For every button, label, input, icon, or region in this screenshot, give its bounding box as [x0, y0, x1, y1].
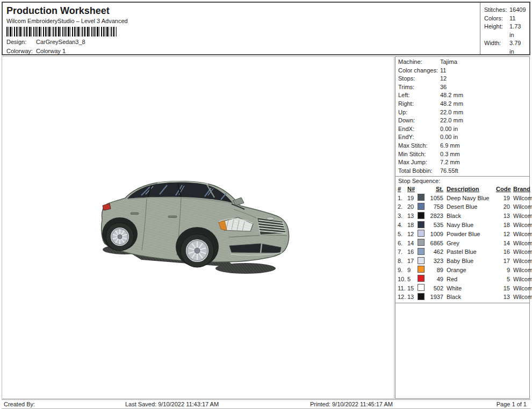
car-design-preview: [99, 179, 298, 279]
thread-code: 20: [496, 203, 510, 211]
machine-info-row: EndY: 0.00 in: [396, 133, 529, 142]
col-code: Code: [496, 185, 510, 194]
thread-brand: Wilcom: [510, 203, 532, 211]
stop-sequence-row: 8. 17 323 Baby Blue 17 Wilcom: [396, 257, 529, 266]
machine-info-label: Total Bobbin:: [398, 167, 440, 176]
row-num: 4.: [398, 221, 407, 230]
machine-info: Machine: Tajima Color changes: 11 Stops:…: [396, 57, 529, 175]
row-num: 2.: [398, 203, 407, 211]
machine-info-row: EndX: 0.00 in: [396, 125, 529, 134]
thread-brand: Wilcom: [510, 266, 532, 275]
machine-info-value: 6.9 mm: [440, 142, 529, 150]
design-value: CarGreySedan3_8: [36, 39, 476, 46]
col-brand: Brand: [510, 185, 532, 194]
stitch-count: 1937: [427, 293, 443, 302]
stop-sequence-row: 5. 12 1009 Powder Blue 12 Wilcom: [396, 230, 529, 239]
thread-brand: Wilcom: [510, 293, 532, 302]
stat-value: 1.73 in: [509, 23, 527, 39]
machine-info-row: Min Stitch: 0.3 mm: [396, 150, 529, 159]
stat-label: Width:: [484, 39, 509, 56]
col-description: Description: [443, 185, 496, 194]
thread-swatch-cell: [418, 230, 427, 239]
page-title: Production Worksheet: [6, 5, 476, 16]
thread-swatch-cell: [418, 266, 427, 275]
thread-swatch-cell: [418, 221, 427, 230]
thread-swatch-cell: [418, 293, 427, 302]
design-row: Design: CarGreySedan3_8: [6, 39, 476, 46]
stat-value: 11: [509, 14, 527, 23]
machine-info-label: Down:: [398, 116, 440, 125]
machine-info-value: 11: [440, 67, 529, 75]
thread-number: 13: [407, 293, 418, 302]
machine-info-label: Machine:: [398, 58, 440, 67]
stitch-count: 2823: [427, 212, 443, 221]
stat-label: Colors:: [484, 14, 509, 23]
machine-info-value: 7.2 mm: [440, 158, 529, 167]
row-num: 6.: [398, 239, 407, 248]
page-indicator: Page 1 of 1: [497, 401, 527, 407]
stitch-count: 462: [427, 248, 443, 257]
machine-info-label: EndY:: [398, 133, 440, 142]
machine-info-row: Max Jump: 7.2 mm: [396, 158, 529, 167]
stitch-count: 535: [427, 221, 443, 230]
machine-info-row: Left: 48.2 mm: [396, 91, 529, 100]
thread-code: 19: [496, 194, 510, 203]
thread-code: 17: [496, 257, 510, 266]
printed-text: Printed: 9/10/2022 11:45:17 AM: [310, 401, 393, 407]
machine-info-value: 48.2 mm: [440, 100, 529, 108]
thread-swatch-cell: [418, 239, 427, 248]
thread-swatch-cell: [418, 257, 427, 266]
stat-value: 16409: [509, 6, 527, 14]
machine-info-label: Min Stitch:: [398, 150, 440, 159]
stitch-count: 1055: [427, 194, 443, 203]
thread-description: Desert Blue: [443, 203, 496, 211]
row-num: 11.: [398, 284, 407, 293]
stitch-count: 323: [427, 257, 443, 266]
thread-color-swatch: [418, 275, 425, 282]
row-num: 5.: [398, 230, 407, 239]
thread-number: 14: [407, 239, 418, 248]
stitch-count: 502: [427, 284, 443, 293]
thread-color-swatch: [418, 293, 425, 300]
header: Production Worksheet Wilcom EmbroiderySt…: [2, 2, 530, 55]
thread-code: 9: [496, 266, 510, 275]
machine-info-row: Down: 22.0 mm: [396, 116, 529, 125]
thread-code: 13: [496, 293, 510, 302]
thread-swatch-cell: [418, 284, 427, 293]
production-worksheet-page: Production Worksheet Wilcom EmbroiderySt…: [0, 0, 532, 409]
thread-number: 15: [407, 284, 418, 293]
stop-sequence-row: 10. 5 49 Red 5 Wilcom: [396, 275, 529, 284]
car-stitch-texture: [102, 181, 289, 262]
thread-code: 15: [496, 284, 510, 293]
thread-color-swatch: [418, 230, 425, 237]
thread-swatch-cell: [418, 212, 427, 221]
thread-brand: Wilcom: [510, 239, 532, 248]
design-barcode: [6, 27, 117, 36]
header-left: Production Worksheet Wilcom EmbroiderySt…: [3, 3, 480, 54]
machine-info-value: Tajima: [440, 58, 529, 67]
stitch-count: 1009: [427, 230, 443, 239]
thread-description: Baby Blue: [443, 257, 496, 266]
machine-info-label: Right:: [398, 100, 440, 108]
machine-info-value: 0.3 mm: [440, 150, 529, 159]
machine-info-label: Up:: [398, 108, 440, 117]
thread-number: 19: [407, 194, 418, 203]
row-num: 3.: [398, 212, 407, 221]
machine-info-label: Max Stitch:: [398, 142, 440, 150]
thread-description: Black: [443, 293, 496, 302]
stop-sequence-row: 7. 16 462 Pastel Blue 16 Wilcom: [396, 248, 529, 257]
thread-number: 12: [407, 230, 418, 239]
machine-info-row: Right: 48.2 mm: [396, 100, 529, 108]
stop-sequence-row: 1. 19 1055 Deep Navy Blue 19 Wilcom: [396, 194, 529, 203]
thread-color-swatch: [418, 266, 425, 273]
machine-info-value: 22.0 mm: [440, 116, 529, 125]
thread-brand: Wilcom: [510, 248, 532, 257]
thread-number: 16: [407, 248, 418, 257]
thread-swatch-cell: [418, 203, 427, 212]
thread-brand: Wilcom: [510, 284, 532, 293]
design-canvas: [2, 56, 394, 399]
thread-brand: Wilcom: [510, 221, 532, 230]
machine-info-value: 0.00 in: [440, 125, 529, 134]
row-num: 7.: [398, 248, 407, 257]
colorway-label: Colorway:: [6, 48, 36, 55]
